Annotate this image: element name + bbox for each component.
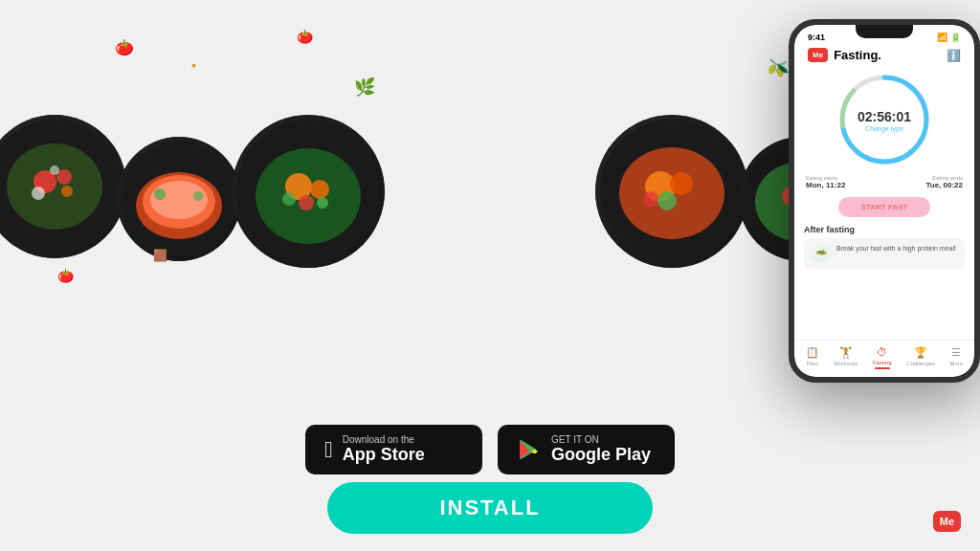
eating-ends-value: Tue, 00:22 xyxy=(925,181,963,189)
install-button[interactable]: INSTALL xyxy=(327,482,653,534)
floating-tomato-3: 🍅 xyxy=(57,268,74,283)
google-play-icon xyxy=(517,437,542,462)
svg-point-25 xyxy=(317,197,328,209)
app-store-sub: Download on the xyxy=(343,434,425,445)
svg-point-24 xyxy=(282,192,296,206)
nav-challenges-label: Challenges xyxy=(906,361,935,366)
timer-circle: 02:56:01 Change type xyxy=(836,72,932,167)
after-fasting-title: After fasting xyxy=(804,225,965,234)
tip-icon: 🥗 xyxy=(812,244,831,263)
timer-change-label: Change type xyxy=(858,125,911,132)
me-logo-watermark: Me xyxy=(933,511,961,532)
after-fasting-section: After fasting 🥗 Break your fast with a h… xyxy=(804,225,965,269)
challenges-icon: 🏆 xyxy=(914,346,927,359)
svg-point-10 xyxy=(32,187,45,200)
floating-tomato-2: 🍅 xyxy=(297,29,313,44)
google-play-main: Google Play xyxy=(551,445,651,465)
floating-leaf-1: 🌿 xyxy=(354,77,375,98)
phone-mockup: 9:41 📶 🔋 Me Fasting. ℹ️ xyxy=(789,19,980,383)
status-icons: 📶 🔋 xyxy=(937,33,961,42)
floating-olive-1: 🫒 xyxy=(768,57,789,78)
timer-display: 02:56:01 xyxy=(858,109,911,124)
nav-fasting[interactable]: ⏱ Fasting xyxy=(873,346,892,369)
phone-content: 02:56:01 Change type Eating starts Mon, … xyxy=(794,68,974,340)
floating-crouton-1: ▪ xyxy=(191,57,196,73)
nav-workouts[interactable]: 🏋 Workouts xyxy=(834,346,858,369)
phone-header: Me Fasting. ℹ️ xyxy=(794,44,974,68)
food-bowls-row: 9:41 📶 🔋 Me Fasting. ℹ️ xyxy=(0,29,980,354)
status-time: 9:41 xyxy=(808,33,825,42)
svg-point-12 xyxy=(50,165,59,175)
floating-crouton-2: 🟫 xyxy=(153,249,167,262)
svg-point-32 xyxy=(670,172,693,195)
tip-card: 🥗 Break your fast with a high protein me… xyxy=(804,238,965,269)
svg-point-34 xyxy=(643,191,658,207)
nav-more-label: More xyxy=(950,361,964,366)
phone-nav: 📋 Plan 🏋 Workouts ⏱ Fasting 🏆 Chal xyxy=(794,340,974,377)
google-play-button[interactable]: GET IT ON Google Play xyxy=(498,425,675,474)
store-buttons-container:  Download on the App Store GET IT ON Go… xyxy=(305,425,675,474)
eating-times: Eating starts Mon, 11:22 Eating ends Tue… xyxy=(804,171,965,193)
info-icon: ℹ️ xyxy=(947,49,961,62)
svg-point-23 xyxy=(299,195,314,210)
apple-icon:  xyxy=(324,436,333,463)
food-bowl-3 xyxy=(117,137,241,261)
svg-point-11 xyxy=(61,186,73,197)
nav-plan[interactable]: 📋 Plan xyxy=(806,346,819,369)
svg-point-22 xyxy=(310,180,329,199)
app-store-button[interactable]:  Download on the App Store xyxy=(305,425,482,474)
nav-fasting-label: Fasting xyxy=(873,360,892,365)
nav-more[interactable]: ☰ More xyxy=(950,346,964,369)
svg-point-33 xyxy=(657,191,677,210)
start-fast-button[interactable]: START FAST xyxy=(838,197,931,217)
plan-icon: 📋 xyxy=(806,346,819,359)
workouts-icon: 🏋 xyxy=(839,346,853,359)
svg-point-18 xyxy=(193,191,203,201)
phone-notch xyxy=(856,25,913,38)
nav-workouts-label: Workouts xyxy=(834,361,858,366)
food-bowl-2 xyxy=(0,115,126,258)
food-bowl-4 xyxy=(232,115,385,268)
floating-tomato-1: 🍅 xyxy=(115,38,134,56)
app-title: Fasting. xyxy=(834,48,881,62)
google-play-sub: GET IT ON xyxy=(551,434,651,445)
more-icon: ☰ xyxy=(951,346,961,359)
fasting-icon: ⏱ xyxy=(877,346,887,358)
eating-starts-value: Mon, 11:22 xyxy=(806,181,845,189)
food-bowl-6 xyxy=(595,115,748,268)
app-store-main: App Store xyxy=(343,445,425,465)
nav-challenges[interactable]: 🏆 Challenges xyxy=(906,346,935,369)
svg-point-17 xyxy=(154,188,166,200)
tip-text: Break your fast with a high protein meal… xyxy=(836,244,956,253)
app-logo: Me xyxy=(808,48,828,62)
nav-plan-label: Plan xyxy=(807,361,818,366)
